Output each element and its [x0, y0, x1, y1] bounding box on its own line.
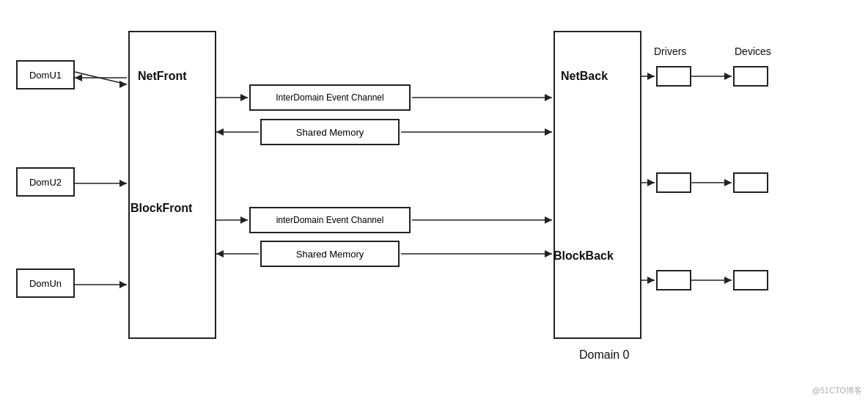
interdomain-event-channel-2-label: interDomain Event Channel [276, 215, 384, 225]
svg-marker-15 [216, 128, 224, 136]
devices-label: Devices [735, 45, 771, 57]
shared-memory-1-label: Shared Memory [296, 127, 364, 138]
interdomain-event-channel-2-box: interDomain Event Channel [249, 207, 411, 233]
netback-label: NetBack [561, 70, 608, 83]
domu2-box: DomU2 [16, 167, 75, 197]
svg-line-2 [75, 72, 127, 84]
device-2-box [733, 172, 768, 193]
svg-marker-13 [545, 94, 552, 101]
svg-marker-11 [240, 94, 248, 101]
diagram: DomU1 DomU2 DomUn NetFront BlockFront In… [0, 0, 868, 402]
domu1-box: DomU1 [16, 60, 75, 89]
svg-marker-29 [724, 73, 732, 80]
svg-marker-31 [647, 179, 655, 186]
domu2-label: DomU2 [29, 177, 62, 188]
blockback-label: BlockBack [553, 249, 614, 263]
svg-marker-9 [119, 281, 127, 288]
driver-3-box [656, 270, 691, 290]
blockfront-label: BlockFront [130, 202, 192, 215]
device-3-box [733, 270, 768, 290]
svg-marker-25 [545, 250, 552, 257]
domu1-label: DomU1 [29, 70, 62, 81]
svg-marker-37 [724, 277, 732, 284]
shared-memory-2-box: Shared Memory [260, 241, 400, 267]
driver-2-box [656, 172, 691, 193]
shared-memory-2-label: Shared Memory [296, 249, 364, 260]
interdomain-event-channel-1-label: InterDomain Event Channel [276, 92, 383, 103]
interdomain-event-channel-1-box: InterDomain Event Channel [249, 84, 411, 111]
svg-marker-7 [119, 180, 127, 187]
driver-1-box [656, 66, 691, 87]
svg-marker-5 [75, 74, 82, 81]
svg-marker-3 [119, 81, 127, 88]
svg-marker-27 [647, 73, 655, 80]
domain0-label: Domain 0 [579, 348, 629, 362]
device-1-box [733, 66, 768, 87]
svg-marker-21 [545, 216, 552, 224]
domun-label: DomUn [29, 278, 62, 289]
domun-box: DomUn [16, 268, 75, 298]
netfront-label: NetFront [138, 70, 187, 83]
svg-marker-35 [647, 277, 655, 284]
watermark: @51CTO博客 [812, 385, 862, 396]
shared-memory-1-box: Shared Memory [260, 119, 400, 145]
svg-marker-23 [216, 250, 224, 257]
svg-marker-33 [724, 179, 732, 186]
drivers-label: Drivers [654, 45, 686, 57]
svg-marker-17 [545, 128, 552, 136]
svg-marker-19 [240, 216, 248, 224]
